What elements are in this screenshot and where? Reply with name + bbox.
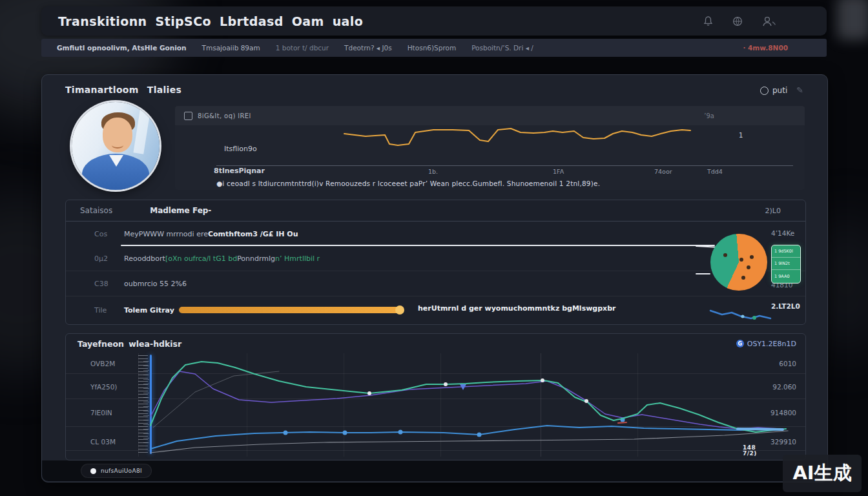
row-key: Tile [94,306,124,315]
nav-item-2[interactable]: 1 botor t/ dbcur [276,44,329,52]
footer-status-pill[interactable]: nufsAuiUoA8l [81,464,152,478]
badge-icon: G [736,340,744,347]
row-seg1: Reooddbort [124,254,165,263]
legend-item-0: 1 9d5K0l [772,246,800,258]
notifications-icon[interactable] [703,16,713,26]
row-key: 0µ2 [94,254,124,263]
pie-dot [741,276,745,280]
trend-badge-label: OSY1.2E8n1D [747,340,796,348]
footer-status-label: nufsAuiUoA8l [101,468,142,474]
status-dot-icon [90,468,96,474]
overview-sparkline-chart [336,122,698,154]
panel-title: Timanartloom Tlalies [65,85,181,95]
stats-header-title: Madleme Fep- [150,206,211,215]
row-text-bold: Comthftom3 /G£ IH Ou [208,230,298,238]
nav-item-1[interactable]: Tmsajoaiib 89am [202,44,260,52]
pie-dot [739,258,743,262]
row-label: Tolem Gitray [124,306,174,315]
overview-note: ●i ceoadl s ltdiurcnmtnttrd(i)v Remoouze… [216,180,801,187]
avatar-smile [112,142,123,149]
overview-toolbar-right: ’9a [704,112,714,119]
ai-watermark: AI生成 [783,455,862,492]
row-sparkline-chart [709,307,774,323]
avatar-bg-detail [133,102,152,154]
trend-chart-area: OVB2M YfA250) 7lE0lN CL 03M 6010 92.060 … [66,353,805,457]
trend-badge[interactable]: G OSY1.2E8n1D [736,340,796,348]
progress-pill [179,307,402,313]
account-icon[interactable] [762,16,776,26]
nav-item-0[interactable]: Gmfiutl opnoolivm, AtsHle Gonion [57,44,187,52]
pie-legend: 1 9d5K0l 1 9lN2t 1 9AA0 [771,245,801,284]
avatar[interactable] [72,102,160,190]
trend-header: Tayefneon wlea-hdkisr G OSY1.2E8n1D [66,334,805,353]
stats-row-0[interactable]: Cos MeyPWWW mrrnodi ere Comthftom3 /G£ I… [66,222,805,246]
row-key: Cos [94,230,124,238]
app-header: Transkitionn StipSCo Lbrtdasd Oam ualo [41,6,827,36]
edit-icon[interactable]: ✎ [796,85,803,95]
overview-link[interactable]: 8tlnesPiqnar [214,167,265,175]
overview-toolbar-label: 8iG&It, oq) lREl [198,112,251,119]
overview-marker: 1 [739,132,743,139]
pie-dot [750,255,754,259]
app-title: Transkitionn StipSCo Lbrtdasd Oam ualo [58,14,363,28]
progress-pill-cap [395,305,404,315]
trend-title: Tayefneon wlea-hdkisr [78,339,181,349]
axis-tick-1: 1FA [553,168,564,175]
stats-header-value: 2)L0 [765,207,781,215]
main-panel: Timanartloom Tlalies puti ✎ 8iG&It, oq) … [41,74,828,482]
legend-item-2: 1 9AA0 [772,271,800,282]
corner-value-sub: 7/2) [743,451,757,457]
row-text: MeyPWWW mrrnodi ere [124,230,208,238]
pie-dot [747,265,750,269]
bg-corner-highlight [837,0,868,40]
nav-item-5[interactable]: Posboitn/’S. Dri ◂ / [471,44,533,52]
refresh-icon [760,87,769,95]
row-key: C38 [94,280,124,288]
row-3-value: 2.LT2L0 [771,302,800,310]
grid-icon [184,112,192,120]
nav-item-4[interactable]: Htosn6)Sprom [408,44,456,52]
row-0-value: 4’14Ke [771,229,794,237]
nav-item-3[interactable]: Tdeotrn? ◂ J0s [344,44,392,52]
row-seg4: n’ Hmrtllbil r [275,254,320,263]
corner-value: 148 7/2) [743,445,757,457]
axis-tick-3: Tdd4 [707,168,723,175]
row-seg2: [oXn oufrca/l tG1 bd [165,254,237,263]
refresh-label: puti [772,86,787,95]
apps-badge-icon[interactable] [732,16,743,26]
nav-alert-value: · 4mw.8N00 [743,44,788,52]
panel-footer: nufsAuiUoA8l [42,460,827,481]
overview-name-label: Itsflion9o [224,145,257,153]
legend-item-1: 1 9lN2t [772,258,800,270]
stats-header-key: Sataisos [80,206,112,215]
stats-section: Sataisos Madleme Fep- 2)L0 Cos MeyPWWW m… [65,200,806,325]
trend-section: Tayefneon wlea-hdkisr G OSY1.2E8n1D OVB2… [65,333,806,460]
stats-row-1[interactable]: 0µ2 Reooddbort [oXn oufrca/l tG1 bd Ponn… [66,246,805,271]
pie-dot [723,253,727,257]
overview-axis-line [216,165,793,166]
stats-header: Sataisos Madleme Fep- 2)L0 [66,200,805,222]
progress-pill-text: herUtmrnl d ger wyomuchommntkz bgMlswgpx… [418,304,616,313]
stats-row-2[interactable]: C38 oubmrcio 55 2%6 [66,271,805,296]
axis-tick-2: 74oor [654,168,672,175]
pie-chart [710,234,767,291]
row-text: oubmrcio 55 2%6 [124,280,187,288]
pie-pointer-line [696,273,710,274]
refresh-button[interactable]: puti [760,86,787,95]
row-seg3: Ponndrmlg [237,254,275,263]
axis-tick-0: 1b. [428,168,438,175]
nav-bar: Gmfiutl opnoolivm, AtsHle Gonion Tmsajoa… [41,39,827,57]
trend-lines-chart [66,353,805,457]
overview-panel: 8iG&It, oq) lREl ’9a 1 Itsflion9o 8tlnes… [175,106,805,190]
